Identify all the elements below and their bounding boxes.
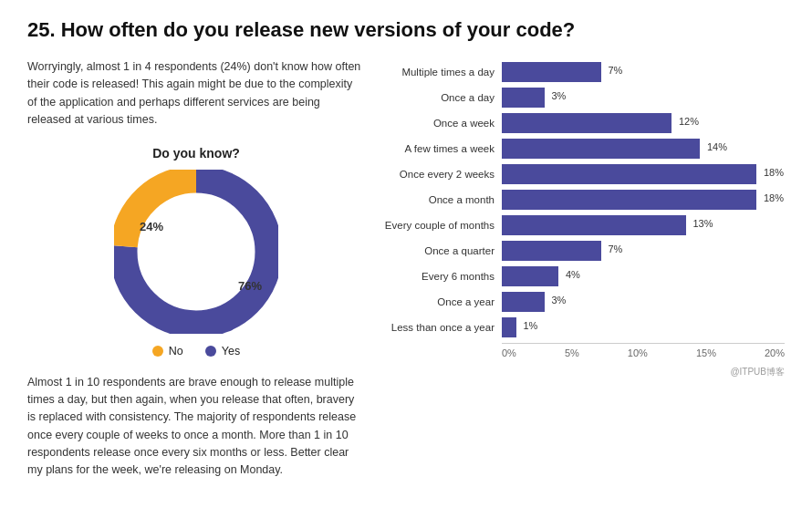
- bar-label: Once a quarter: [383, 245, 502, 256]
- bar-label: Multiple times a day: [383, 67, 502, 78]
- bar-fill: [502, 215, 686, 235]
- bar-label: Once a week: [383, 118, 502, 129]
- watermark: @ITPUB博客: [383, 366, 785, 378]
- donut-legend: No Yes: [27, 345, 365, 357]
- bar-track: 4%: [502, 266, 785, 286]
- bar-fill: [502, 292, 545, 312]
- bar-row: Once a month18%: [383, 190, 785, 210]
- bar-row: Less than once a year1%: [383, 317, 785, 337]
- bar-row: Every 6 months4%: [383, 266, 785, 286]
- bar-pct-label: 13%: [693, 218, 713, 229]
- svg-point-2: [141, 197, 251, 306]
- yes-dot: [205, 346, 216, 357]
- bar-pct-label: 18%: [764, 192, 784, 203]
- bar-row: Once a day3%: [383, 88, 785, 108]
- no-percentage: 24%: [140, 220, 163, 233]
- bar-label: A few times a week: [383, 143, 502, 154]
- bar-label: Once a year: [383, 296, 502, 307]
- yes-label: Yes: [222, 345, 240, 357]
- bar-track: 18%: [502, 164, 785, 184]
- bar-track: 7%: [502, 62, 785, 82]
- bar-label: Once a day: [383, 92, 502, 103]
- bar-pct-label: 3%: [552, 90, 567, 101]
- bar-label: Less than once a year: [383, 322, 502, 333]
- bar-label: Every couple of months: [383, 220, 502, 231]
- bar-track: 3%: [502, 88, 785, 108]
- bar-track: 18%: [502, 190, 785, 210]
- bar-pct-label: 14%: [707, 141, 727, 152]
- bar-fill: [502, 317, 516, 337]
- bar-pct-label: 7%: [609, 243, 623, 254]
- x-tick: 0%: [502, 347, 516, 358]
- no-label: No: [169, 345, 183, 357]
- no-dot: [152, 346, 163, 357]
- page-title: 25. How often do you release new version…: [27, 18, 785, 42]
- bar-pct-label: 18%: [764, 167, 784, 178]
- x-tick: 15%: [696, 347, 716, 358]
- donut-title: Do you know?: [27, 146, 365, 161]
- bar-row: Once every 2 weeks18%: [383, 164, 785, 184]
- bar-label: Every 6 months: [383, 271, 502, 282]
- x-axis: 0%5%10%15%20%: [502, 343, 785, 358]
- bar-fill: [502, 164, 756, 184]
- intro-text: Worryingly, almost 1 in 4 respondents (2…: [27, 58, 365, 130]
- bar-fill: [502, 62, 601, 82]
- bar-pct-label: 4%: [566, 269, 580, 280]
- bar-track: 14%: [502, 139, 785, 159]
- right-panel: Multiple times a day7%Once a day3%Once a…: [383, 58, 785, 480]
- bar-track: 12%: [502, 113, 785, 133]
- x-tick: 5%: [565, 347, 579, 358]
- legend-no: No: [152, 345, 183, 357]
- main-layout: Worryingly, almost 1 in 4 respondents (2…: [27, 58, 785, 480]
- yes-percentage: 76%: [238, 279, 262, 293]
- bar-row: Every couple of months13%: [383, 215, 785, 235]
- bar-row: A few times a week14%: [383, 139, 785, 159]
- x-tick: 20%: [765, 347, 785, 358]
- bar-row: Once a year3%: [383, 292, 785, 312]
- bar-fill: [502, 190, 756, 210]
- bar-track: 13%: [502, 215, 785, 235]
- donut-chart: 24% 76%: [114, 170, 278, 334]
- bar-chart: Multiple times a day7%Once a day3%Once a…: [383, 58, 785, 337]
- bar-label: Once a month: [383, 194, 502, 205]
- donut-section: Do you know? 24% 76% No: [27, 146, 365, 357]
- bar-pct-label: 3%: [552, 295, 567, 306]
- bar-fill: [502, 113, 671, 133]
- bar-track: 1%: [502, 317, 785, 337]
- bar-track: 7%: [502, 241, 785, 261]
- bar-row: Once a week12%: [383, 113, 785, 133]
- bar-track: 3%: [502, 292, 785, 312]
- bar-pct-label: 12%: [679, 116, 699, 127]
- bottom-text: Almost 1 in 10 respondents are brave eno…: [27, 374, 365, 480]
- bar-row: Once a quarter7%: [383, 241, 785, 261]
- bar-pct-label: 1%: [524, 320, 538, 331]
- bar-fill: [502, 266, 558, 286]
- bar-fill: [502, 88, 545, 108]
- donut-svg: [114, 170, 278, 334]
- bar-label: Once every 2 weeks: [383, 169, 502, 180]
- bar-fill: [502, 241, 601, 261]
- bar-pct-label: 7%: [609, 65, 623, 76]
- left-panel: Worryingly, almost 1 in 4 respondents (2…: [27, 58, 365, 480]
- bar-row: Multiple times a day7%: [383, 62, 785, 82]
- bar-fill: [502, 139, 700, 159]
- legend-yes: Yes: [205, 345, 240, 357]
- x-tick: 10%: [628, 347, 648, 358]
